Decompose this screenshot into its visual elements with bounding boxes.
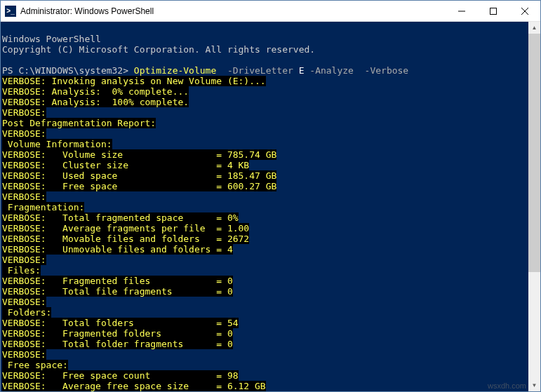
prompt-command: Optimize-Volume	[134, 65, 216, 76]
close-button[interactable]	[509, 1, 540, 21]
scroll-down-button[interactable]: ▼	[528, 379, 540, 391]
svg-rect-1	[490, 8, 496, 14]
verbose-output: VERBOSE: Invoking analysis on New Volume…	[2, 76, 539, 391]
scrollbar[interactable]: ▲ ▼	[528, 22, 540, 391]
titlebar: >_ Administrator: Windows PowerShell	[1, 1, 540, 22]
minimize-button[interactable]	[446, 1, 477, 21]
prompt-param-1: -DriveLetter	[216, 65, 298, 76]
window-controls	[446, 1, 540, 21]
header-line-2: Copyright (C) Microsoft Corporation. All…	[2, 44, 315, 55]
prompt-param-3: -Verbose	[365, 65, 409, 76]
window-title: Administrator: Windows PowerShell	[20, 6, 446, 16]
terminal-area[interactable]: Windows PowerShell Copyright (C) Microso…	[1, 22, 540, 391]
powershell-window: >_ Administrator: Windows PowerShell Win…	[0, 0, 541, 392]
powershell-icon: >_	[5, 6, 16, 17]
prompt-path: PS C:\WINDOWS\system32>	[2, 65, 134, 76]
prompt-param-2: -Analyze	[304, 65, 364, 76]
scroll-track[interactable]	[528, 34, 540, 379]
watermark: wsxdh.com	[488, 381, 526, 390]
maximize-button[interactable]	[477, 1, 509, 21]
scroll-up-button[interactable]: ▲	[528, 22, 540, 34]
scroll-thumb[interactable]	[528, 34, 540, 272]
header-line-1: Windows PowerShell	[2, 34, 101, 44]
